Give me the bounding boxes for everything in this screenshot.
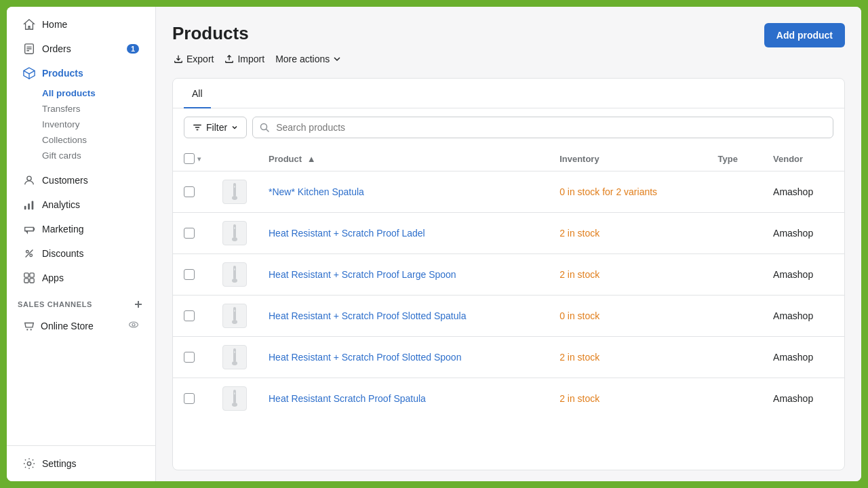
row-checkbox-cell xyxy=(173,378,212,420)
tab-all[interactable]: All xyxy=(184,79,211,108)
inventory-value: 2 in stock xyxy=(559,228,599,239)
row-product-cell: Heat Resistant + Scratch Proof Slotted S… xyxy=(258,296,549,337)
inventory-value: 2 in stock xyxy=(559,393,599,404)
svg-point-24 xyxy=(27,462,31,465)
svg-rect-39 xyxy=(233,348,236,362)
svg-point-37 xyxy=(232,320,237,324)
product-image xyxy=(228,348,241,367)
sidebar-item-home[interactable]: Home xyxy=(12,13,150,36)
row-product-cell: Heat Resistant + Scratch Proof Slotted S… xyxy=(258,337,549,378)
row-img-cell xyxy=(212,254,258,296)
product-thumbnail xyxy=(222,180,247,204)
sidebar-item-discounts[interactable]: Discounts xyxy=(12,242,150,265)
import-button[interactable]: Import xyxy=(223,51,266,67)
svg-point-40 xyxy=(232,361,237,365)
page-title: Products xyxy=(172,23,342,44)
row-img-cell xyxy=(212,337,258,378)
product-name-link[interactable]: Heat Resistant + Scratch Proof Ladel xyxy=(269,228,425,239)
table-row: Heat Resistant + Scratch Proof Slotted S… xyxy=(173,296,844,337)
row-product-cell: Heat Resistant + Scratch Proof Ladel xyxy=(258,213,549,254)
search-input[interactable] xyxy=(252,117,833,138)
add-product-button[interactable]: Add product xyxy=(764,23,845,47)
marketing-icon xyxy=(23,223,35,235)
checkbox-dropdown-icon[interactable]: ▾ xyxy=(197,155,201,163)
product-thumbnail xyxy=(222,304,247,328)
product-name-link[interactable]: Heat Resistant + Scratch Proof Slotted S… xyxy=(269,310,466,321)
apps-icon xyxy=(23,272,35,284)
sidebar-item-products[interactable]: Products xyxy=(12,62,150,85)
sales-channels-section: SALES CHANNELS xyxy=(7,290,155,313)
sidebar-sub-all-products[interactable]: All products xyxy=(12,86,150,100)
sidebar-item-settings[interactable]: Settings xyxy=(12,452,150,475)
sidebar-item-apps[interactable]: Apps xyxy=(12,266,150,289)
row-checkbox[interactable] xyxy=(184,393,195,404)
sidebar-sub-transfers[interactable]: Transfers xyxy=(12,102,150,116)
sidebar-item-analytics[interactable]: Analytics xyxy=(12,193,150,216)
online-store-eye-icon[interactable] xyxy=(128,319,139,332)
svg-point-11 xyxy=(26,251,29,253)
svg-rect-41 xyxy=(234,351,235,353)
sidebar-item-orders[interactable]: Orders 1 xyxy=(12,37,150,60)
row-checkbox[interactable] xyxy=(184,310,195,321)
add-sales-channel-button[interactable] xyxy=(132,298,144,310)
export-button[interactable]: Export xyxy=(172,51,215,67)
svg-rect-10 xyxy=(32,201,34,210)
row-checkbox[interactable] xyxy=(184,352,195,363)
row-checkbox-cell xyxy=(173,337,212,378)
row-inventory-cell: 2 in stock xyxy=(549,378,707,420)
svg-point-21 xyxy=(31,329,32,330)
sidebar-item-customers[interactable]: Customers xyxy=(12,169,150,192)
settings-label: Settings xyxy=(42,458,77,469)
product-thumbnail xyxy=(222,345,247,369)
sidebar-item-marketing[interactable]: Marketing xyxy=(12,218,150,241)
sidebar-sub-collections[interactable]: Collections xyxy=(12,133,150,147)
row-inventory-cell: 2 in stock xyxy=(549,213,707,254)
filter-button[interactable]: Filter xyxy=(184,117,247,138)
svg-rect-8 xyxy=(24,206,26,209)
product-name-link[interactable]: Heat Resistant Scratch Proof Spatula xyxy=(269,393,426,404)
svg-point-28 xyxy=(232,196,237,200)
row-checkbox[interactable] xyxy=(184,186,195,197)
table-row: Heat Resistant + Scratch Proof Ladel 2 i… xyxy=(173,213,844,254)
select-all-checkbox[interactable] xyxy=(184,153,195,164)
row-checkbox[interactable] xyxy=(184,269,195,280)
product-name-link[interactable]: *New* Kitchen Spatula xyxy=(269,186,364,197)
sidebar-item-online-store[interactable]: Online Store xyxy=(12,314,150,338)
svg-rect-9 xyxy=(28,203,30,209)
online-store-label: Online Store xyxy=(41,321,94,331)
product-image xyxy=(228,182,241,201)
products-table-wrap: ▾ Product ▲ Inventory xyxy=(173,146,844,419)
row-img-cell xyxy=(212,213,258,254)
more-actions-button[interactable]: More actions xyxy=(274,51,342,67)
inventory-label: Inventory xyxy=(42,119,80,129)
row-inventory-cell: 0 in stock for 2 variants xyxy=(549,171,707,213)
sidebar-bottom: Settings xyxy=(7,445,155,476)
inventory-value: 0 in stock for 2 variants xyxy=(559,186,657,197)
row-inventory-cell: 0 in stock xyxy=(549,296,707,337)
collections-label: Collections xyxy=(42,135,87,145)
products-table: ▾ Product ▲ Inventory xyxy=(173,146,844,419)
product-name-link[interactable]: Heat Resistant + Scratch Proof Large Spo… xyxy=(269,269,456,280)
more-actions-label: More actions xyxy=(275,54,330,64)
search-wrap xyxy=(252,117,833,138)
tab-all-label: All xyxy=(192,88,203,99)
search-icon xyxy=(259,122,270,133)
type-col-label: Type xyxy=(718,154,738,164)
svg-point-31 xyxy=(232,237,237,241)
svg-rect-32 xyxy=(234,227,235,229)
row-type-cell xyxy=(707,296,762,337)
svg-line-5 xyxy=(24,70,29,74)
row-vendor-cell: Amashop xyxy=(762,337,844,378)
sidebar-sub-inventory[interactable]: Inventory xyxy=(12,117,150,131)
row-checkbox[interactable] xyxy=(184,228,195,239)
row-vendor-cell: Amashop xyxy=(762,171,844,213)
orders-icon xyxy=(23,43,35,55)
product-name-link[interactable]: Heat Resistant + Scratch Proof Slotted S… xyxy=(269,352,461,363)
customers-label: Customers xyxy=(42,175,88,186)
sidebar-sub-gift-cards[interactable]: Gift cards xyxy=(12,148,150,163)
gift-cards-label: Gift cards xyxy=(42,150,81,161)
table-row: *New* Kitchen Spatula 0 in stock for 2 v… xyxy=(173,171,844,213)
sidebar: Home Orders 1 Products All products Tran… xyxy=(7,7,156,481)
row-type-cell xyxy=(707,254,762,296)
page-header: Products Export Import More actions xyxy=(156,7,861,78)
